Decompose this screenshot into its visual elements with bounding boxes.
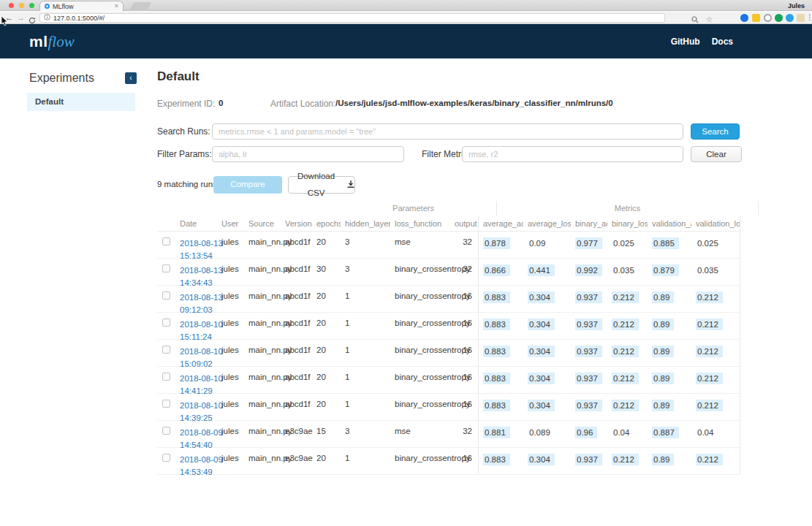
metric-cell: 0.212 — [691, 448, 740, 474]
browser-menu-icon[interactable]: ⋮ — [806, 13, 812, 21]
filter-params-input[interactable] — [212, 146, 404, 162]
filter-metrics-input[interactable] — [462, 146, 683, 162]
metric-value: 0.883 — [483, 291, 510, 303]
extension-icon[interactable] — [764, 14, 772, 22]
metric-cell: 0.878 — [478, 232, 523, 258]
sidebar-item-default[interactable]: Default — [27, 93, 135, 111]
metric-cell: 0.879 — [648, 259, 691, 285]
run-checkbox[interactable] — [162, 373, 170, 381]
loss_function-cell: binary_crossentropy — [390, 313, 455, 339]
run-checkbox[interactable] — [162, 427, 170, 435]
column-header-validation_acc[interactable]: validation_acc — [648, 216, 691, 231]
column-header-user[interactable]: User — [217, 216, 244, 231]
extension-icon[interactable] — [775, 14, 783, 22]
metric-cell: 0.937 — [571, 367, 607, 393]
extension-icon[interactable] — [740, 14, 748, 22]
page-info-icon[interactable] — [44, 14, 50, 22]
experiments-sidebar: Experiments ‹ Default — [0, 58, 150, 526]
column-header-average_acc[interactable]: average_acc — [478, 216, 523, 231]
version-cell: abcd1f — [281, 340, 312, 366]
clear-button[interactable]: Clear — [691, 146, 742, 162]
main-panel: Default Experiment ID: 0 Artifact Locati… — [157, 69, 742, 84]
metric-cell: 0.89 — [648, 340, 691, 366]
epochs-cell: 15 — [312, 421, 341, 447]
column-header-hidden_layers[interactable]: hidden_layers — [341, 216, 390, 231]
metric-value: 0.212 — [612, 373, 639, 384]
column-header-average_loss[interactable]: average_loss — [523, 216, 571, 231]
compare-selected-button[interactable]: Compare Selected — [213, 176, 282, 194]
loss_function-cell: binary_crossentropy — [390, 367, 455, 393]
metric-cell: 0.025 — [607, 232, 648, 258]
date-cell: 2018-08-1015:09:02 — [175, 340, 217, 366]
epochs-cell: 20 — [312, 340, 341, 366]
checkbox-cell — [157, 394, 175, 420]
browser-tab[interactable]: MLflow × — [39, 1, 124, 11]
column-header-version[interactable]: Version — [281, 216, 312, 231]
extension-icon[interactable] — [797, 14, 805, 22]
run-checkbox[interactable] — [162, 319, 170, 327]
table-header-row: DateUserSourceVersionepochshidden_layers… — [157, 216, 740, 232]
version-cell: abcd1f — [281, 286, 312, 312]
user-cell: jules — [217, 421, 244, 447]
source-cell: main_nn.py — [244, 394, 281, 420]
mlflow-logo[interactable]: mlflow — [29, 34, 75, 50]
run-date-link[interactable]: 2018-08-0914:53:49 — [180, 454, 217, 479]
table-row: 2018-08-1314:34:43julesmain_nn.pyabcd1f3… — [157, 259, 740, 286]
search-button[interactable]: Search — [691, 123, 740, 140]
source-cell: main_nn.py — [244, 421, 281, 447]
metric-value: 0.304 — [528, 346, 555, 357]
run-checkbox[interactable] — [162, 346, 170, 354]
column-header-binary_acc[interactable]: binary_acc — [571, 216, 607, 231]
metric-value: 0.89 — [652, 454, 674, 465]
metric-value: 0.025 — [696, 237, 723, 249]
run-checkbox[interactable] — [162, 264, 170, 272]
close-window-button[interactable] — [9, 3, 14, 8]
column-header-epochs[interactable]: epochs — [312, 216, 341, 231]
version-cell: e3c9ae — [281, 421, 312, 447]
metric-value: 0.89 — [652, 346, 674, 357]
run-checkbox[interactable] — [162, 291, 170, 300]
tab-close-icon[interactable]: × — [115, 3, 118, 9]
run-checkbox[interactable] — [162, 400, 170, 408]
nav-github-link[interactable]: GitHub — [671, 37, 700, 47]
extension-icon[interactable] — [752, 14, 760, 22]
source-cell: main_nn.py — [244, 313, 281, 339]
user-cell: jules — [217, 340, 244, 366]
hidden_layers-cell: 3 — [341, 421, 390, 447]
experiment-meta: Experiment ID: 0 Artifact Location: /Use… — [157, 99, 742, 110]
column-header-validation_loss[interactable]: validation_loss — [691, 216, 740, 231]
column-header-date[interactable]: Date — [175, 216, 217, 231]
metric-value: 0.035 — [612, 264, 639, 276]
bookmark-star-icon[interactable]: ☆ — [706, 15, 713, 24]
extension-icon[interactable] — [786, 14, 794, 22]
checkbox-cell — [157, 259, 175, 285]
metric-value: 0.883 — [483, 319, 510, 330]
output-cell: 16 — [455, 313, 478, 339]
metric-cell: 0.937 — [571, 340, 607, 366]
address-bar[interactable]: 127.0.0.1:5000/#/ — [39, 13, 665, 23]
forward-button[interactable]: → — [17, 12, 25, 23]
run-date: 2018-08-10 — [180, 373, 217, 385]
epochs-cell: 20 — [312, 286, 341, 312]
metric-cell: 0.212 — [691, 313, 740, 339]
minimize-window-button[interactable] — [19, 3, 24, 8]
column-header-binary_loss[interactable]: binary_loss — [607, 216, 648, 231]
search-runs-input[interactable] — [212, 123, 683, 140]
output-cell: 16 — [455, 394, 478, 420]
nav-docs-link[interactable]: Docs — [712, 37, 733, 47]
column-header-loss_function[interactable]: loss_function — [390, 216, 455, 231]
run-checkbox[interactable] — [162, 454, 170, 462]
column-header-output[interactable]: output — [455, 216, 478, 231]
column-header-source[interactable]: Source — [244, 216, 281, 231]
metric-value: 0.025 — [612, 237, 639, 249]
metric-cell: 0.441 — [523, 259, 571, 285]
url-text: 127.0.0.1:5000/#/ — [53, 15, 105, 22]
new-tab-button[interactable] — [129, 2, 151, 11]
sidebar-collapse-button[interactable]: ‹ — [125, 72, 137, 84]
maximize-window-button[interactable] — [29, 3, 34, 8]
loss_function-cell: mse — [390, 421, 455, 447]
metric-cell: 0.89 — [648, 394, 691, 420]
download-csv-button[interactable]: Download CSV — [288, 176, 355, 194]
metric-value: 0.937 — [575, 400, 602, 411]
run-checkbox[interactable] — [162, 237, 170, 245]
